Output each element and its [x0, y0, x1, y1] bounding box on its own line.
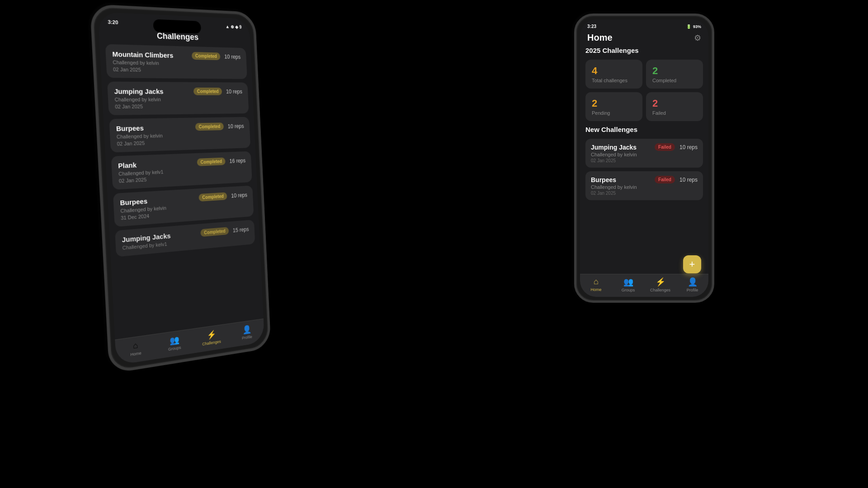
phone2-nav-challenges-label: Challenges: [650, 288, 670, 292]
stat-failed-number: 2: [652, 98, 697, 109]
phone2-nav-profile[interactable]: 👤 Profile: [676, 277, 708, 292]
phone2-screen: 3:23 🔋 93% Home ⚙ 2025 Challenges 4: [580, 19, 708, 297]
phone2-bottom-nav: ⌂ Home 👥 Groups ⚡ Challenges 👤 Profile: [580, 274, 708, 297]
side-button-left1: [93, 84, 96, 103]
challenge-name-3: Plank: [118, 161, 137, 169]
stat-pending-number: 2: [592, 98, 636, 109]
nc-reps-0: 10 reps: [679, 144, 698, 150]
nav-groups[interactable]: 👥 Groups: [155, 333, 193, 353]
stat-failed-label: Failed: [652, 110, 697, 116]
challenge-reps-5: 15 reps: [233, 226, 249, 234]
stats-grid: 4 Total challenges 2 Completed 2 Pending: [585, 60, 703, 121]
phone2-header: Home ⚙: [580, 31, 708, 47]
side-button-right: [258, 93, 261, 119]
phone2-nav-profile-label: Profile: [687, 288, 698, 292]
challenge-name-2: Burpees: [116, 124, 144, 132]
nav-profile-label: Profile: [242, 334, 252, 340]
stat-total-number: 4: [592, 65, 636, 77]
challenge-status-2: Completed: [195, 122, 224, 131]
challenges-section-title: 2025 Challenges: [585, 47, 703, 54]
phone2-profile-icon: 👤: [688, 277, 698, 287]
phone1-time: 3:20: [108, 19, 118, 25]
challenge-challenger-0: Challenged by kelvin: [113, 59, 241, 67]
battery-icon: 🔋: [686, 24, 691, 29]
phone2-status-bar: 3:23 🔋 93%: [580, 19, 708, 31]
phone2-nav-home-label: Home: [590, 287, 601, 292]
challenge-card-3[interactable]: Plank Completed 16 reps Challenged by ke…: [111, 151, 252, 190]
nc-date-0: 02 Jan 2025: [591, 158, 698, 163]
phone1-wrapper: 3:20 ▲ ⊕ ◈ 9 Challenges Mountain Climber…: [90, 4, 271, 374]
challenge-card-1[interactable]: Jumping Jacks Completed 10 reps Challeng…: [107, 82, 249, 115]
nc-name-1: Burpees: [591, 176, 616, 183]
nav-home-label: Home: [130, 351, 142, 357]
settings-icon[interactable]: ⚙: [694, 33, 701, 43]
phone1-status-icons: ▲ ⊕ ◈ 9: [225, 24, 241, 30]
challenge-reps-2: 10 reps: [227, 123, 244, 129]
groups-icon: 👥: [169, 335, 179, 346]
nav-groups-label: Groups: [168, 345, 181, 352]
challenge-card-2[interactable]: Burpees Completed 10 reps Challenged by …: [109, 117, 250, 153]
stat-pending-label: Pending: [592, 110, 636, 116]
new-challenges-section-title: New Challenges: [585, 126, 703, 133]
nav-profile[interactable]: 👤 Profile: [229, 323, 264, 343]
nav-challenges[interactable]: ⚡ Challenges: [193, 328, 230, 348]
phone2-challenges-icon: ⚡: [656, 277, 665, 287]
fab-add-button[interactable]: +: [683, 255, 701, 273]
nc-name-0: Jumping Jacks: [591, 144, 637, 151]
phone2-nav-home[interactable]: ⌂ Home: [580, 277, 612, 292]
nc-challenger-0: Challenged by kelvin: [591, 152, 698, 157]
new-challenge-card-1[interactable]: Burpees Failed 10 reps Challenged by kel…: [585, 171, 703, 200]
challenge-status-3: Completed: [197, 157, 226, 166]
phone1-screen: 3:20 ▲ ⊕ ◈ 9 Challenges Mountain Climber…: [98, 12, 264, 366]
side-button-left2: [94, 107, 99, 136]
stat-failed: 2 Failed: [646, 92, 703, 121]
phone1-challenges-list: Mountain Climbers Completed 10 reps Chal…: [99, 44, 263, 339]
challenge-card-4[interactable]: Burpees Completed 10 reps Challenged by …: [113, 185, 254, 227]
nav-home[interactable]: ⌂ Home: [115, 338, 156, 360]
profile-icon: 👤: [242, 324, 251, 335]
new-challenges-list: Jumping Jacks Failed 10 reps Challenged …: [585, 139, 703, 200]
phone2-screen-title: Home: [587, 33, 613, 43]
nc-date-1: 02 Jan 2025: [591, 191, 698, 196]
nc-challenger-1: Challenged by kelvin: [591, 184, 698, 190]
challenge-status-0: Completed: [192, 52, 221, 60]
challenge-reps-3: 16 reps: [229, 157, 245, 164]
challenge-reps-0: 10 reps: [224, 53, 241, 60]
challenge-status-1: Completed: [193, 88, 222, 95]
phone2-nav-groups[interactable]: 👥 Groups: [612, 277, 644, 292]
challenge-date-1: 02 Jan 2025: [115, 103, 243, 109]
nc-status-0: Failed: [655, 143, 675, 151]
stat-completed-label: Completed: [652, 78, 697, 83]
phone2-nav-challenges[interactable]: ⚡ Challenges: [644, 277, 676, 292]
stat-total-label: Total challenges: [592, 78, 636, 83]
phone2-content: 2025 Challenges 4 Total challenges 2 Com…: [580, 47, 708, 274]
phone2-wrapper: 3:23 🔋 93% Home ⚙ 2025 Challenges 4: [574, 14, 714, 303]
stat-completed-number: 2: [652, 65, 697, 77]
phone2-status-icons: 🔋 93%: [686, 24, 701, 29]
challenge-name-4: Burpees: [120, 197, 147, 206]
challenge-reps-1: 10 reps: [226, 88, 242, 94]
phone2-home-icon: ⌂: [594, 277, 599, 286]
challenge-status-5: Completed: [200, 227, 229, 237]
phone2-groups-icon: 👥: [623, 277, 633, 287]
scene: 3:20 ▲ ⊕ ◈ 9 Challenges Mountain Climber…: [0, 0, 868, 488]
phone2-nav-groups-label: Groups: [622, 288, 635, 292]
challenge-reps-4: 10 reps: [231, 192, 247, 199]
phone1-frame: 3:20 ▲ ⊕ ◈ 9 Challenges Mountain Climber…: [90, 4, 271, 374]
challenge-name-0: Mountain Climbers: [112, 50, 174, 60]
challenge-card-0[interactable]: Mountain Climbers Completed 10 reps Chal…: [105, 44, 247, 79]
challenge-name-1: Jumping Jacks: [114, 87, 164, 95]
nav-challenges-label: Challenges: [202, 339, 221, 347]
nc-reps-1: 10 reps: [679, 177, 698, 183]
home-icon: ⌂: [133, 341, 138, 351]
phone2-time: 3:23: [587, 24, 596, 29]
new-challenge-card-0[interactable]: Jumping Jacks Failed 10 reps Challenged …: [585, 139, 703, 168]
stat-completed: 2 Completed: [646, 60, 703, 89]
stat-pending: 2 Pending: [585, 92, 642, 121]
nc-status-1: Failed: [655, 176, 675, 183]
challenge-date-0: 02 Jan 2025: [113, 66, 241, 74]
phone2-frame: 3:23 🔋 93% Home ⚙ 2025 Challenges 4: [574, 14, 714, 303]
side-button-left3: [96, 141, 100, 169]
stat-total: 4 Total challenges: [585, 60, 642, 89]
battery-pct: 93%: [693, 24, 701, 29]
